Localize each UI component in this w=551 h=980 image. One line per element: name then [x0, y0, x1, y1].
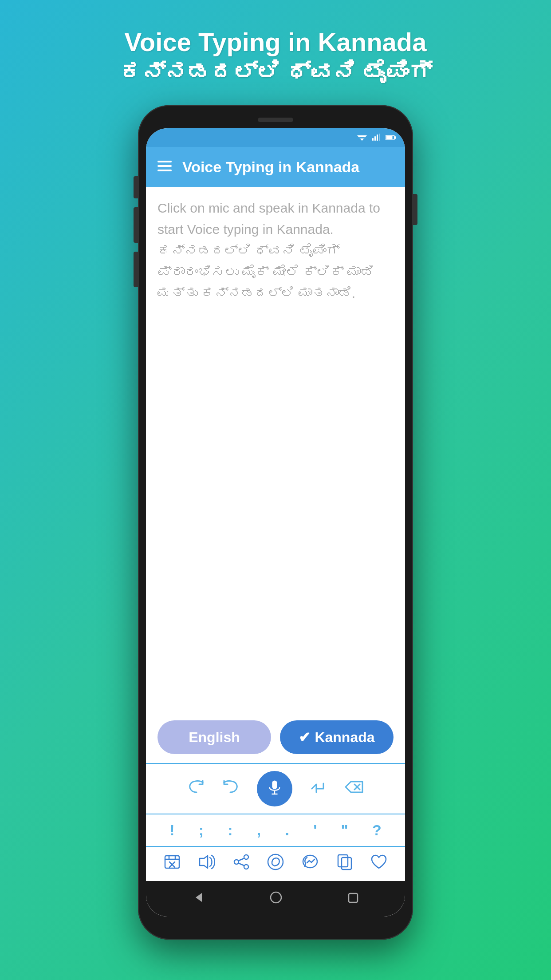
semicolon-key[interactable]: ;	[194, 819, 208, 842]
messenger-action-icon[interactable]	[301, 853, 319, 875]
svg-rect-36	[349, 893, 358, 902]
svg-rect-6	[379, 134, 380, 141]
svg-rect-32	[342, 858, 351, 869]
quote-key[interactable]: "	[337, 819, 353, 842]
svg-point-35	[271, 892, 281, 903]
svg-rect-3	[372, 138, 374, 141]
question-key[interactable]: ?	[368, 819, 386, 842]
action-bar	[146, 846, 405, 881]
phone-frame: Voice Typing in Kannada Click on mic and…	[138, 105, 413, 940]
undo-icon[interactable]	[222, 779, 239, 798]
svg-rect-9	[394, 136, 396, 139]
controls-bar	[146, 763, 405, 814]
speaker-action-icon[interactable]	[198, 854, 216, 874]
battery-icon	[386, 133, 396, 143]
signal-icon	[372, 133, 380, 143]
volume-up-button	[134, 176, 138, 198]
delete-action-icon[interactable]	[163, 853, 181, 875]
svg-rect-5	[377, 134, 378, 141]
kannada-button[interactable]: ✔ Kannada	[280, 720, 394, 754]
svg-point-26	[234, 860, 239, 864]
language-selector: English ✔ Kannada	[146, 713, 405, 763]
svg-rect-33	[338, 855, 348, 867]
volume-down-button	[134, 207, 138, 243]
content-area[interactable]: Click on mic and speak in Kannada to sta…	[146, 187, 405, 713]
svg-marker-34	[196, 893, 202, 902]
whatsapp-action-icon[interactable]	[267, 853, 284, 875]
comma-key[interactable]: ,	[252, 819, 265, 842]
app-bar: Voice Typing in Kannada	[146, 147, 405, 187]
svg-point-25	[244, 855, 248, 859]
svg-rect-13	[272, 781, 277, 789]
mic-button[interactable]	[257, 771, 292, 806]
colon-key[interactable]: :	[223, 819, 237, 842]
svg-rect-12	[157, 170, 172, 171]
period-key[interactable]: .	[281, 819, 294, 842]
phone-top-bar	[146, 113, 405, 126]
placeholder-text: Click on mic and speak in Kannada to sta…	[157, 198, 394, 304]
svg-rect-10	[157, 161, 172, 162]
enter-icon[interactable]	[310, 779, 327, 798]
speaker-grill	[258, 118, 293, 122]
app-bar-title: Voice Typing in Kannada	[182, 158, 359, 176]
back-nav-button[interactable]	[192, 891, 205, 907]
svg-line-28	[239, 858, 244, 861]
wifi-icon	[357, 133, 367, 143]
phone-screen: Voice Typing in Kannada Click on mic and…	[146, 128, 405, 917]
svg-marker-24	[200, 856, 208, 868]
header-section: Voice Typing in Kannada ಕನ್ನಡದಲ್ಲಿ ಧ್ವನಿ…	[119, 27, 432, 87]
svg-line-29	[239, 863, 244, 865]
copy-action-icon[interactable]	[336, 853, 353, 875]
punctuation-bar: ! ; : , . ' " ?	[146, 814, 405, 846]
header-title-line2: ಕನ್ನಡದಲ್ಲಿ ಧ್ವನಿ ಟೈಪಿಂಗ್	[119, 58, 432, 88]
apostrophe-key[interactable]: '	[309, 819, 321, 842]
redo-icon[interactable]	[188, 779, 205, 798]
silent-button	[134, 252, 138, 287]
recents-nav-button[interactable]	[347, 891, 359, 907]
exclamation-key[interactable]: !	[165, 819, 179, 842]
power-button	[413, 194, 417, 225]
hamburger-menu-icon[interactable]	[157, 160, 172, 174]
svg-rect-18	[165, 856, 179, 868]
svg-point-27	[244, 865, 248, 869]
heart-action-icon[interactable]	[370, 854, 388, 874]
svg-rect-8	[386, 136, 393, 139]
backspace-icon[interactable]	[345, 779, 363, 798]
svg-rect-4	[374, 136, 376, 141]
english-button[interactable]: English	[157, 720, 271, 754]
header-title-line1: Voice Typing in Kannada	[119, 27, 432, 58]
svg-point-30	[268, 854, 283, 869]
status-bar	[146, 128, 405, 147]
home-nav-button[interactable]	[270, 891, 282, 907]
phone-bottom-bar	[146, 918, 405, 932]
nav-bar	[146, 881, 405, 917]
share-action-icon[interactable]	[233, 854, 250, 874]
svg-marker-2	[360, 138, 364, 141]
svg-rect-11	[157, 165, 172, 167]
